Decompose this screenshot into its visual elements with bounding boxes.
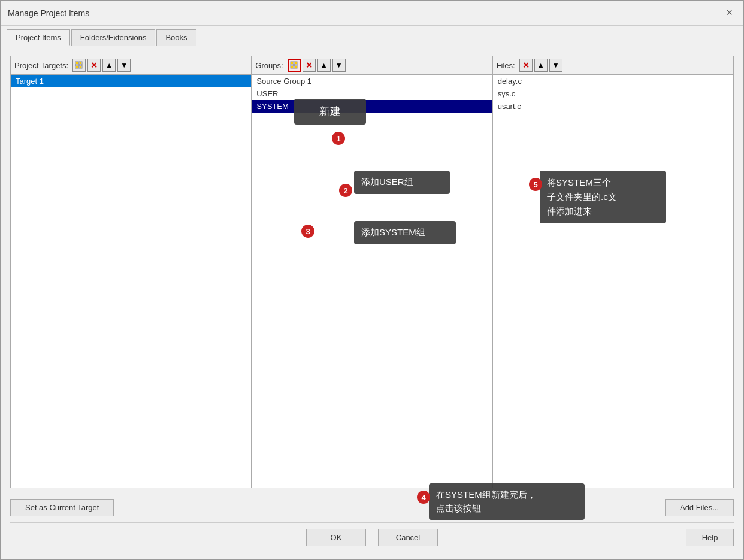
svg-rect-5 xyxy=(76,66,78,68)
groups-list: Source Group 1 USER SYSTEM xyxy=(252,75,492,488)
files-list: delay.c sys.c usart.c xyxy=(493,75,733,488)
files-header: Files: ✕ ▲ ▼ xyxy=(493,56,733,75)
targets-label: Project Targets: xyxy=(14,61,68,70)
window-title: Manage Project Items xyxy=(8,8,89,18)
tab-books[interactable]: Books xyxy=(156,29,196,46)
tab-project-items[interactable]: Project Items xyxy=(7,29,70,46)
main-window: Manage Project Items × Project Items Fol… xyxy=(0,0,744,560)
files-panel: Files: ✕ ▲ ▼ delay.c sy xyxy=(493,56,733,488)
tabs-bar: Project Items Folders/Extensions Books xyxy=(1,26,743,46)
targets-up-btn[interactable]: ▲ xyxy=(102,59,116,72)
close-button[interactable]: × xyxy=(722,5,736,20)
file-item-3[interactable]: usart.c xyxy=(493,100,733,113)
tab-folders-extensions[interactable]: Folders/Extensions xyxy=(71,29,156,46)
svg-rect-9 xyxy=(291,62,293,64)
targets-header: Project Targets: ✕ ▲ ▼ xyxy=(11,56,251,75)
target-item-1[interactable]: Target 1 xyxy=(11,75,251,87)
three-panels: Project Targets: ✕ ▲ ▼ xyxy=(10,56,734,488)
targets-new-btn[interactable] xyxy=(72,59,86,72)
files-down-btn[interactable]: ▼ xyxy=(549,59,562,72)
targets-panel: Project Targets: ✕ ▲ ▼ xyxy=(11,56,252,488)
groups-delete-btn[interactable]: ✕ xyxy=(303,59,316,72)
annotation-badge-5: 5 xyxy=(529,178,542,191)
add-files-button[interactable]: Add Files... xyxy=(665,499,734,516)
title-bar: Manage Project Items × xyxy=(1,1,743,26)
svg-rect-11 xyxy=(295,62,297,64)
groups-panel: Groups: ✕ ▲ ▼ Source G xyxy=(252,56,492,488)
svg-rect-15 xyxy=(295,66,297,68)
group-item-3[interactable]: SYSTEM xyxy=(252,100,492,113)
groups-down-btn[interactable]: ▼ xyxy=(332,59,346,72)
svg-rect-3 xyxy=(80,62,81,64)
group-item-1[interactable]: Source Group 1 xyxy=(252,75,492,87)
footer-center: OK Cancel xyxy=(306,529,438,546)
groups-header: Groups: ✕ ▲ ▼ xyxy=(252,56,492,75)
files-up-btn[interactable]: ▲ xyxy=(534,59,548,72)
help-button[interactable]: Help xyxy=(686,529,734,546)
file-item-1[interactable]: delay.c xyxy=(493,75,733,87)
footer-buttons: OK Cancel Help xyxy=(10,522,734,550)
ok-button[interactable]: OK xyxy=(306,529,366,546)
annotation-badge-4: 4 xyxy=(417,491,430,504)
svg-rect-7 xyxy=(80,66,81,68)
groups-up-btn[interactable]: ▲ xyxy=(317,59,331,72)
annotation-badge-1: 1 xyxy=(332,132,345,145)
annotation-badge-3: 3 xyxy=(301,225,314,238)
annotation-badge-2: 2 xyxy=(339,184,352,197)
targets-delete-btn[interactable]: ✕ xyxy=(87,59,101,72)
targets-down-btn[interactable]: ▼ xyxy=(117,59,131,72)
content-area: Project Targets: ✕ ▲ ▼ xyxy=(1,46,743,559)
targets-list: Target 1 xyxy=(11,75,251,488)
file-item-2[interactable]: sys.c xyxy=(493,87,733,100)
groups-new-btn[interactable] xyxy=(288,59,301,72)
set-current-target-button[interactable]: Set as Current Target xyxy=(10,499,114,516)
bottom-action-bar: Set as Current Target Add Files... xyxy=(10,493,734,522)
svg-rect-13 xyxy=(291,66,293,68)
group-item-2[interactable]: USER xyxy=(252,87,492,100)
cancel-button[interactable]: Cancel xyxy=(378,529,438,546)
files-delete-btn[interactable]: ✕ xyxy=(519,59,533,72)
files-label: Files: xyxy=(497,61,515,70)
svg-rect-1 xyxy=(76,62,78,64)
groups-label: Groups: xyxy=(255,61,283,70)
